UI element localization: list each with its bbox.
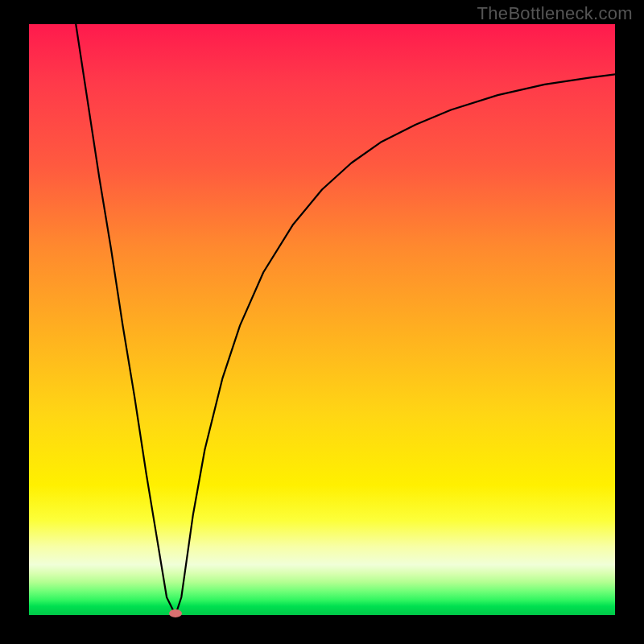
minimum-marker xyxy=(169,609,182,617)
plot-area xyxy=(29,24,615,615)
bottleneck-curve xyxy=(29,24,615,615)
chart-container: TheBottleneck.com xyxy=(0,0,644,644)
watermark-text: TheBottleneck.com xyxy=(477,3,633,24)
